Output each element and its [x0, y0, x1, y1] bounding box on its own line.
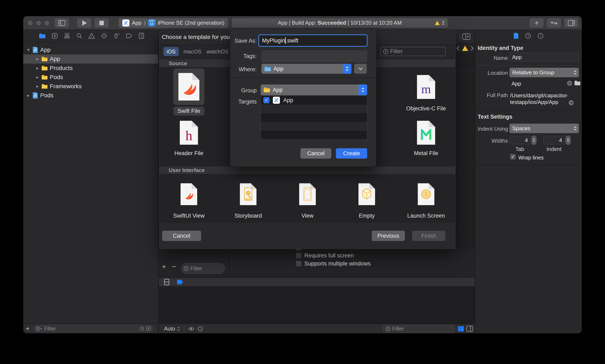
- zoom-window-button[interactable]: [44, 21, 49, 26]
- jump-bar-sliver: !: [455, 44, 475, 53]
- indent-using-popup[interactable]: Spaces: [509, 124, 579, 133]
- eye-icon[interactable]: [188, 326, 194, 331]
- breakpoint-navigator-icon[interactable]: [126, 33, 133, 39]
- sheet-create-button[interactable]: Create: [336, 148, 367, 159]
- tree-row-project-app[interactable]: ▾ App: [23, 45, 158, 54]
- code-review-button[interactable]: [547, 18, 561, 27]
- split-editor-icon[interactable]: [164, 279, 169, 285]
- help-inspector-icon[interactable]: ?: [537, 33, 544, 39]
- wrap-lines-checkbox[interactable]: ✓: [510, 154, 516, 160]
- open-path-arrow-icon[interactable]: [568, 100, 574, 106]
- recent-files-icon[interactable]: [139, 326, 144, 331]
- disclosure-closed-icon[interactable]: ▸: [35, 84, 40, 89]
- indent-width-field[interactable]: 4: [544, 136, 564, 144]
- back-chevron-icon[interactable]: [456, 46, 460, 51]
- supports-multiple-windows-row[interactable]: Supports multiple windows: [296, 260, 371, 267]
- navigator-filter-field[interactable]: Filter: [33, 325, 153, 332]
- save-sheet: Save As: MyPlugin.swift Tags: Where: App…: [230, 29, 376, 167]
- stop-button[interactable]: [95, 18, 109, 27]
- requires-fullscreen-row[interactable]: Requires full screen: [296, 252, 354, 259]
- issue-navigator-icon[interactable]: !: [88, 33, 95, 39]
- minimize-window-button[interactable]: [36, 21, 41, 26]
- add-file-button[interactable]: +: [26, 325, 30, 333]
- close-window-button[interactable]: [28, 21, 33, 26]
- tab-width-stepper[interactable]: [531, 135, 536, 145]
- indent-width-stepper[interactable]: [565, 135, 571, 145]
- expand-sheet-button[interactable]: [354, 64, 367, 74]
- disclosure-closed-icon[interactable]: ▸: [35, 65, 40, 71]
- tab-macos[interactable]: macOS: [182, 47, 203, 56]
- toggle-navigator-button[interactable]: [55, 18, 69, 27]
- disclosure-closed-icon[interactable]: ▸: [26, 93, 31, 98]
- show-sidebar-off-icon[interactable]: [466, 326, 473, 332]
- test-navigator-icon[interactable]: [101, 33, 107, 39]
- tree-row-app-folder[interactable]: ▸ App: [23, 54, 158, 64]
- location-popup[interactable]: Relative to Group: [509, 68, 579, 77]
- save-as-field[interactable]: MyPlugin.swift: [258, 34, 368, 47]
- disclosure-open-icon[interactable]: ▾: [26, 47, 31, 52]
- auto-selector[interactable]: Auto: [164, 325, 180, 332]
- warning-badge[interactable]: ! 2: [435, 20, 444, 26]
- scm-status-filter-icon[interactable]: [146, 326, 151, 331]
- choose-folder-icon[interactable]: [574, 80, 580, 86]
- tree-row-pods-folder[interactable]: ▸ Pods: [23, 73, 158, 82]
- template-swiftui-view[interactable]: SwiftUI View: [159, 179, 219, 220]
- empty-row: [261, 113, 367, 122]
- source-control-icon[interactable]: [52, 33, 58, 39]
- checkbox-checked[interactable]: ✓: [263, 97, 270, 103]
- activity-status[interactable]: App | Build App: Succeeded | 10/13/20 at…: [232, 18, 448, 28]
- settings-remove-button[interactable]: −: [172, 262, 176, 271]
- tab-watchos[interactable]: watchOS: [205, 47, 230, 56]
- tab-ios[interactable]: iOS: [163, 47, 179, 56]
- settings-filter-field[interactable]: Filter: [181, 263, 225, 274]
- disclosure-closed-icon[interactable]: ▸: [35, 56, 40, 62]
- where-popup[interactable]: App: [261, 64, 351, 74]
- cancel-button[interactable]: Cancel: [162, 231, 201, 241]
- template-swift-file[interactable]: Swift File: [159, 68, 219, 116]
- target-row-app[interactable]: ✓ App: [261, 96, 367, 104]
- tab-width-field[interactable]: 4: [509, 136, 530, 144]
- template-objc-file[interactable]: m Objective-C File: [397, 71, 456, 113]
- template-storyboard[interactable]: Storyboard: [219, 179, 278, 220]
- template-view[interactable]: View: [278, 179, 337, 220]
- template-launch-screen[interactable]: 1 Launch Screen: [397, 179, 456, 220]
- tree-row-project-pods[interactable]: ▸ Pods: [23, 91, 158, 100]
- file-inspector-icon[interactable]: [513, 33, 519, 39]
- name-field[interactable]: App: [509, 53, 579, 62]
- simulator-icon: [148, 19, 155, 26]
- settings-add-button[interactable]: +: [162, 262, 166, 271]
- warning-icon[interactable]: !: [462, 45, 468, 51]
- clear-location-icon[interactable]: [566, 80, 573, 86]
- forward-chevron-icon[interactable]: [470, 46, 474, 51]
- history-inspector-icon[interactable]: [525, 33, 531, 39]
- template-empty[interactable]: Empty: [337, 179, 397, 220]
- disclosure-closed-icon[interactable]: ▸: [35, 75, 40, 80]
- debug-navigator-icon[interactable]: [113, 33, 120, 39]
- add-editor-icon[interactable]: [462, 33, 470, 40]
- breakpoint-tag-icon[interactable]: [177, 280, 183, 285]
- report-navigator-icon[interactable]: [138, 33, 144, 39]
- checkbox-unchecked[interactable]: [296, 253, 302, 258]
- scheme-selector[interactable]: App 〉 iPhone SE (2nd generation): [119, 18, 228, 28]
- add-library-button[interactable]: +: [530, 18, 544, 27]
- project-navigator-icon[interactable]: [39, 33, 46, 39]
- tree-row-products[interactable]: ▸ Products: [23, 64, 158, 73]
- search-icon[interactable]: [76, 33, 82, 39]
- toggle-inspector-button[interactable]: [564, 18, 578, 27]
- finish-button[interactable]: Finish: [412, 231, 445, 241]
- run-button[interactable]: [77, 18, 91, 27]
- template-filter-field[interactable]: Filter: [380, 47, 446, 56]
- info-icon[interactable]: i: [198, 326, 203, 331]
- indent-caption: Indent: [544, 146, 564, 152]
- template-metal-file[interactable]: Metal File: [397, 118, 456, 158]
- bottom-filter-field[interactable]: Filter: [383, 325, 454, 333]
- template-header-file[interactable]: h Header File: [159, 118, 219, 158]
- symbol-navigator-icon[interactable]: [64, 33, 70, 39]
- tags-field[interactable]: [261, 51, 367, 62]
- checkbox-unchecked[interactable]: [296, 261, 302, 266]
- previous-button[interactable]: Previous: [372, 231, 405, 241]
- sheet-cancel-button[interactable]: Cancel: [301, 148, 331, 159]
- tree-row-frameworks[interactable]: ▸ Frameworks: [23, 82, 158, 91]
- show-sidebar-on-icon[interactable]: [458, 326, 464, 332]
- group-popup[interactable]: App: [261, 84, 367, 95]
